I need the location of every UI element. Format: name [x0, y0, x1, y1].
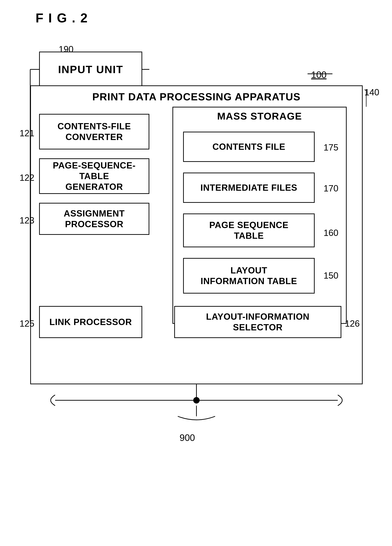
- input-unit-box: INPUT UNIT: [39, 52, 142, 87]
- ref-121: 121: [19, 128, 34, 138]
- apparatus-title: PRINT DATA PROCESSING APPARATUS: [30, 91, 363, 103]
- contents-file-converter-box: CONTENTS-FILE CONVERTER: [39, 114, 149, 150]
- ref-140: 140: [364, 87, 379, 98]
- ref-125: 125: [19, 318, 34, 329]
- ref-150: 150: [323, 270, 338, 281]
- ref-175: 175: [323, 142, 338, 153]
- page-sequence-table-box: PAGE SEQUENCE TABLE: [183, 214, 315, 247]
- figure-label: F I G . 2: [36, 11, 88, 25]
- svg-point-18: [193, 397, 200, 403]
- layout-information-table-box: LAYOUT INFORMATION TABLE: [183, 258, 315, 293]
- link-processor-box: LINK PROCESSOR: [39, 306, 142, 338]
- mass-storage-title: MASS STORAGE: [172, 110, 347, 122]
- layout-info-selector-label: LAYOUT-INFORMATION SELECTOR: [206, 311, 310, 333]
- ref-123: 123: [19, 215, 34, 226]
- ref-122: 122: [19, 173, 34, 183]
- page-sequence-generator-label: PAGE-SEQUENCE-TABLE GENERATOR: [40, 160, 149, 192]
- assignment-processor-box: ASSIGNMENT PROCESSOR: [39, 203, 149, 235]
- assignment-processor-label: ASSIGNMENT PROCESSOR: [40, 208, 149, 229]
- layout-information-table-label: LAYOUT INFORMATION TABLE: [201, 265, 297, 286]
- contents-file-converter-label: CONTENTS-FILE CONVERTER: [58, 121, 131, 142]
- link-processor-label: LINK PROCESSOR: [50, 317, 132, 327]
- page-sequence-table-label: PAGE SEQUENCE TABLE: [209, 220, 289, 241]
- ref-160: 160: [323, 228, 338, 238]
- contents-file-box: CONTENTS FILE: [183, 132, 315, 162]
- layout-info-selector-box: LAYOUT-INFORMATION SELECTOR: [174, 306, 341, 338]
- intermediate-files-box: INTERMEDIATE FILES: [183, 173, 315, 203]
- ref-100: 100: [311, 69, 327, 80]
- page-sequence-generator-box: PAGE-SEQUENCE-TABLE GENERATOR: [39, 158, 149, 194]
- ref-900: 900: [180, 432, 195, 443]
- ref-126: 126: [345, 318, 360, 329]
- input-unit-label: INPUT UNIT: [58, 63, 123, 76]
- ref-170: 170: [323, 183, 338, 194]
- contents-file-label: CONTENTS FILE: [212, 142, 285, 152]
- intermediate-files-label: INTERMEDIATE FILES: [201, 182, 297, 193]
